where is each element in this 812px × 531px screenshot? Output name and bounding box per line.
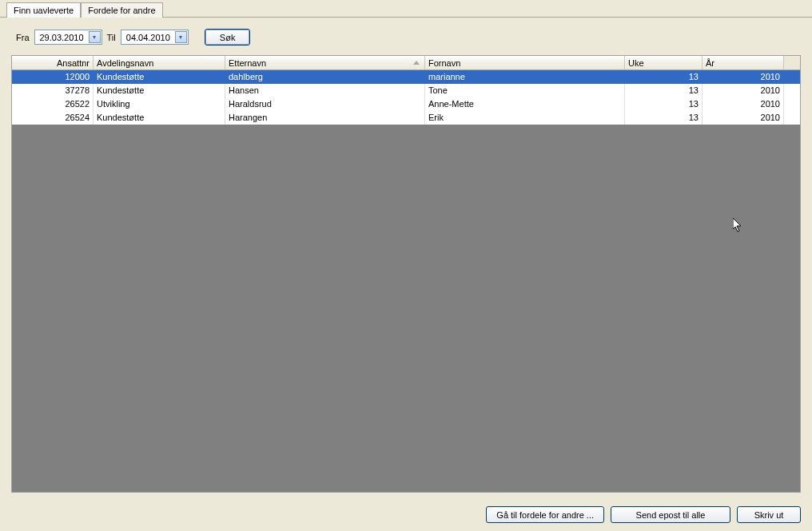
tab-finn-uavleverte[interactable]: Finn uavleverte (6, 2, 81, 18)
col-ansattnr[interactable]: Ansattnr (12, 56, 94, 69)
til-date-picker[interactable]: 04.04.2010 ▾ (121, 30, 189, 45)
cell-uke: 13 (625, 84, 703, 97)
goto-fordele-button[interactable]: Gå til fordele for andre ... (486, 506, 604, 523)
cell-avdelingsnavn: Kundestøtte (94, 84, 225, 97)
col-etternavn[interactable]: Etternavn (225, 56, 425, 69)
cell-etternavn: Haraldsrud (225, 97, 425, 111)
tab-fordele-for-andre[interactable]: Fordele for andre (81, 2, 162, 18)
cell-fornavn: marianne (425, 70, 625, 84)
col-uke[interactable]: Uke (625, 56, 703, 69)
cell-avdelingsnavn: Kundestøtte (94, 70, 225, 84)
col-ar[interactable]: År (703, 56, 784, 69)
cell-fornavn: Anne-Mette (425, 97, 625, 111)
table-row[interactable]: 12000Kundestøttedahlbergmarianne132010 (12, 70, 800, 84)
cell-ansattnr: 12000 (12, 70, 94, 84)
results-grid: Ansattnr Avdelingsnavn Etternavn Fornavn… (11, 55, 801, 493)
cell-fornavn: Erik (425, 111, 625, 125)
table-row[interactable]: 37278KundestøtteHansenTone132010 (12, 84, 800, 97)
cell-ansattnr: 26524 (12, 111, 94, 125)
print-button[interactable]: Skriv ut (737, 506, 801, 523)
table-row[interactable]: 26522UtviklingHaraldsrudAnne-Mette132010 (12, 97, 800, 111)
til-label: Til (107, 33, 116, 42)
cell-uke: 13 (625, 97, 703, 111)
tab-bar: Finn uavleverte Fordele for andre (0, 0, 812, 18)
col-avdelingsnavn[interactable]: Avdelingsnavn (94, 56, 225, 69)
fra-date-value: 29.03.2010 (40, 33, 84, 42)
filter-bar: Fra 29.03.2010 ▾ Til 04.04.2010 ▾ Søk (0, 18, 812, 52)
cell-etternavn: Harangen (225, 111, 425, 125)
cell-avdelingsnavn: Utvikling (94, 97, 225, 111)
cell-etternavn: dahlberg (225, 70, 425, 84)
cell-ar: 2010 (703, 97, 784, 111)
cell-fornavn: Tone (425, 84, 625, 97)
til-date-value: 04.04.2010 (126, 33, 170, 42)
cell-ansattnr: 26522 (12, 97, 94, 111)
table-row[interactable]: 26524KundestøtteHarangenErik132010 (12, 111, 800, 125)
grid-body: 12000Kundestøttedahlbergmarianne13201037… (12, 70, 800, 492)
cell-ar: 2010 (703, 70, 784, 84)
fra-label: Fra (16, 33, 30, 42)
search-button[interactable]: Søk (205, 29, 251, 46)
chevron-down-icon[interactable]: ▾ (89, 31, 101, 43)
cell-ar: 2010 (703, 84, 784, 97)
cell-uke: 13 (625, 70, 703, 84)
footer-buttons: Gå til fordele for andre ... Send epost … (486, 506, 801, 523)
chevron-down-icon[interactable]: ▾ (175, 31, 187, 43)
cell-etternavn: Hansen (225, 84, 425, 97)
cell-ar: 2010 (703, 111, 784, 125)
cell-ansattnr: 37278 (12, 84, 94, 97)
grid-header: Ansattnr Avdelingsnavn Etternavn Fornavn… (12, 56, 800, 70)
fra-date-picker[interactable]: 29.03.2010 ▾ (34, 30, 102, 45)
cell-avdelingsnavn: Kundestøtte (94, 111, 225, 125)
send-epost-button[interactable]: Send epost til alle (611, 506, 730, 523)
col-fornavn[interactable]: Fornavn (425, 56, 625, 69)
cell-uke: 13 (625, 111, 703, 125)
